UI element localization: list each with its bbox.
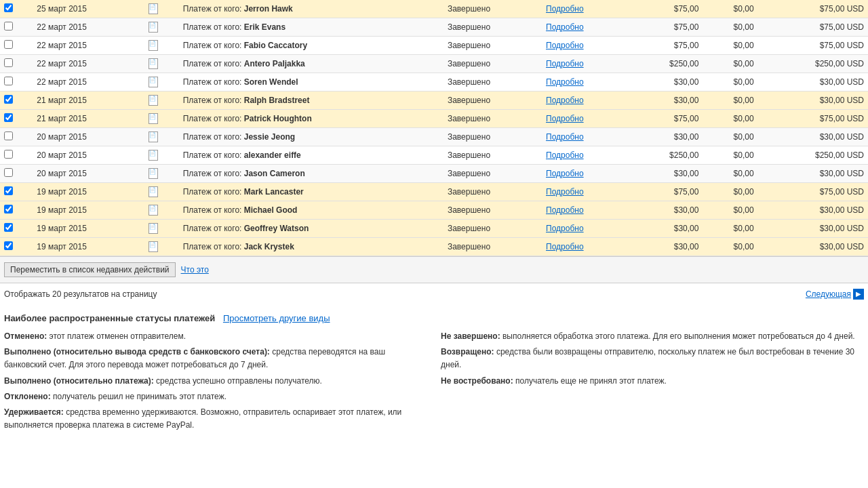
row-detail-link-cell[interactable]: Подробно	[542, 183, 630, 201]
row-detail-link[interactable]: Подробно	[546, 77, 584, 87]
row-amount1: $75,00	[630, 0, 703, 18]
row-detail-link-cell[interactable]: Подробно	[542, 165, 630, 183]
row-amount2: $0,00	[703, 18, 757, 37]
row-label: Платеж от кого: Antero Paljakka	[179, 55, 443, 73]
row-checkbox[interactable]	[4, 3, 13, 12]
row-detail-link[interactable]: Подробно	[546, 22, 584, 32]
status-columns: Отменено: этот платеж отменен отправител…	[4, 330, 864, 434]
row-amount1: $30,00	[630, 201, 703, 220]
table-row: 20 март 2015 📄 Платеж от кого: Jessie Je…	[0, 128, 868, 146]
row-checkbox-cell[interactable]	[0, 73, 33, 92]
row-checkbox-cell[interactable]	[0, 146, 33, 165]
row-detail-link-cell[interactable]: Подробно	[542, 18, 630, 37]
row-checkbox[interactable]	[4, 241, 13, 250]
row-total: $250,00 USD	[758, 146, 868, 165]
next-page-link[interactable]: Следующая ▶	[806, 289, 864, 300]
row-checkbox[interactable]	[4, 131, 13, 140]
row-doc-icon-cell: 📄	[144, 165, 178, 183]
footer-bar: Переместить в список недавних действий Ч…	[0, 256, 868, 283]
what-is-this-link[interactable]: Что это	[181, 265, 209, 274]
row-total: $75,00 USD	[758, 183, 868, 201]
doc-icon: 📄	[149, 205, 158, 216]
row-checkbox[interactable]	[4, 95, 13, 104]
table-row: 19 март 2015 📄 Платеж от кого: Geoffrey …	[0, 220, 868, 238]
row-total: $250,00 USD	[758, 55, 868, 73]
row-detail-link-cell[interactable]: Подробно	[542, 110, 630, 128]
row-detail-link[interactable]: Подробно	[546, 4, 584, 14]
row-checkbox-cell[interactable]	[0, 220, 33, 238]
row-checkbox-cell[interactable]	[0, 37, 33, 55]
row-detail-link[interactable]: Подробно	[546, 132, 584, 142]
row-date: 22 март 2015	[33, 37, 144, 55]
row-date: 21 март 2015	[33, 110, 144, 128]
row-detail-link[interactable]: Подробно	[546, 150, 584, 160]
row-amount1: $30,00	[630, 165, 703, 183]
row-status: Завершено	[443, 128, 542, 146]
row-detail-link[interactable]: Подробно	[546, 187, 584, 197]
row-total: $75,00 USD	[758, 18, 868, 37]
row-detail-link[interactable]: Подробно	[546, 96, 584, 105]
row-checkbox[interactable]	[4, 186, 13, 195]
row-checkbox-cell[interactable]	[0, 92, 33, 110]
row-status: Завершено	[443, 18, 542, 37]
row-detail-link[interactable]: Подробно	[546, 114, 584, 123]
row-checkbox-cell[interactable]	[0, 201, 33, 220]
row-date: 19 март 2015	[33, 238, 144, 256]
row-checkbox[interactable]	[4, 150, 13, 159]
row-detail-link[interactable]: Подробно	[546, 169, 584, 178]
row-status: Завершено	[443, 37, 542, 55]
row-checkbox-cell[interactable]	[0, 55, 33, 73]
row-status: Завершено	[443, 183, 542, 201]
row-checkbox-cell[interactable]	[0, 110, 33, 128]
row-detail-link-cell[interactable]: Подробно	[542, 201, 630, 220]
table-row: 20 март 2015 📄 Платеж от кого: Jason Cam…	[0, 165, 868, 183]
row-detail-link-cell[interactable]: Подробно	[542, 220, 630, 238]
row-checkbox[interactable]	[4, 113, 13, 122]
row-detail-link[interactable]: Подробно	[546, 41, 584, 50]
table-row: 22 март 2015 📄 Платеж от кого: Fabio Cac…	[0, 37, 868, 55]
row-checkbox[interactable]	[4, 168, 13, 177]
row-date: 20 март 2015	[33, 165, 144, 183]
row-detail-link[interactable]: Подробно	[546, 242, 584, 251]
doc-icon: 📄	[149, 131, 158, 142]
row-detail-link-cell[interactable]: Подробно	[542, 238, 630, 256]
row-detail-link[interactable]: Подробно	[546, 205, 584, 215]
row-checkbox[interactable]	[4, 77, 13, 85]
doc-icon: 📄	[149, 22, 158, 33]
row-detail-link-cell[interactable]: Подробно	[542, 128, 630, 146]
row-status: Завершено	[443, 238, 542, 256]
row-checkbox-cell[interactable]	[0, 0, 33, 18]
row-doc-icon-cell: 📄	[144, 92, 178, 110]
row-checkbox-cell[interactable]	[0, 128, 33, 146]
row-detail-link[interactable]: Подробно	[546, 224, 584, 233]
row-doc-icon-cell: 📄	[144, 128, 178, 146]
row-detail-link-cell[interactable]: Подробно	[542, 73, 630, 92]
row-checkbox-cell[interactable]	[0, 165, 33, 183]
row-amount1: $30,00	[630, 73, 703, 92]
row-detail-link-cell[interactable]: Подробно	[542, 92, 630, 110]
row-detail-link-cell[interactable]: Подробно	[542, 0, 630, 18]
doc-icon: 📄	[149, 3, 158, 14]
row-checkbox-cell[interactable]	[0, 238, 33, 256]
table-row: 21 март 2015 📄 Платеж от кого: Patrick H…	[0, 110, 868, 128]
row-checkbox[interactable]	[4, 40, 13, 49]
row-checkbox[interactable]	[4, 22, 13, 30]
row-checkbox[interactable]	[4, 205, 13, 214]
doc-icon: 📄	[149, 58, 158, 69]
row-detail-link-cell[interactable]: Подробно	[542, 146, 630, 165]
row-amount2: $0,00	[703, 165, 757, 183]
row-detail-link-cell[interactable]: Подробно	[542, 55, 630, 73]
row-checkbox-cell[interactable]	[0, 183, 33, 201]
table-row: 20 март 2015 📄 Платеж от кого: alexander…	[0, 146, 868, 165]
move-to-recent-button[interactable]: Переместить в список недавних действий	[4, 262, 176, 277]
table-row: 22 март 2015 📄 Платеж от кого: Erik Evan…	[0, 18, 868, 37]
row-checkbox[interactable]	[4, 223, 13, 232]
row-detail-link-cell[interactable]: Подробно	[542, 37, 630, 55]
row-amount2: $0,00	[703, 146, 757, 165]
view-other-types-link[interactable]: Просмотреть другие виды	[223, 313, 330, 323]
row-checkbox-cell[interactable]	[0, 18, 33, 37]
row-checkbox[interactable]	[4, 58, 13, 67]
row-detail-link[interactable]: Подробно	[546, 59, 584, 68]
row-label: Платеж от кого: Geoffrey Watson	[179, 220, 443, 238]
table-row: 21 март 2015 📄 Платеж от кого: Ralph Bra…	[0, 92, 868, 110]
